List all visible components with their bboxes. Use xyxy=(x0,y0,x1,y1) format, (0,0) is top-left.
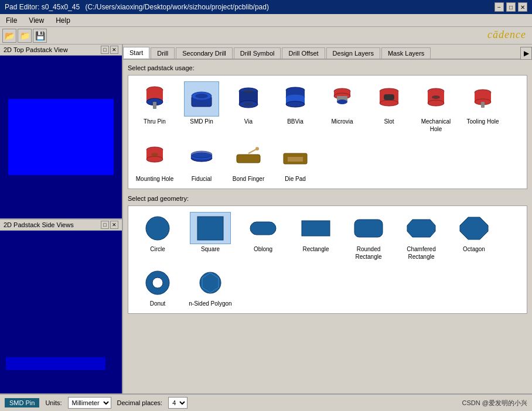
svg-point-7 xyxy=(195,94,208,98)
mounting-hole-icon-wrap xyxy=(137,139,172,174)
titlebar-controls: − □ ✕ xyxy=(495,2,527,12)
geo-item-rounded-rectangle[interactable]: Rounded Rectangle xyxy=(345,212,392,261)
units-select[interactable]: Millimeter Inch Mil xyxy=(68,397,111,409)
fiducial-label: Fiducial xyxy=(192,175,212,183)
thru-pin-icon-wrap xyxy=(137,81,172,117)
geo-item-octagon[interactable]: Octagon xyxy=(451,212,497,261)
slot-icon-wrap xyxy=(371,81,407,117)
maximize-button[interactable]: □ xyxy=(506,2,516,12)
tab-scroll-right[interactable]: ▶ xyxy=(520,47,532,60)
geo-item-rectangle[interactable]: Rectangle xyxy=(292,212,339,261)
pad-item-smd-pin[interactable]: SMD Pin xyxy=(181,81,222,133)
side-view-close[interactable]: ✕ xyxy=(110,221,118,229)
side-view-label: 2D Padstack Side Views xyxy=(4,221,74,228)
titlebar-filepath: (C:/Users/xiaoxing/Desktop/work/sizhou/p… xyxy=(85,3,268,11)
svg-point-42 xyxy=(191,151,212,158)
mechanical-hole-label: Mechanical Hole xyxy=(415,118,456,133)
minimize-button[interactable]: − xyxy=(495,2,504,12)
side-view-controls: □ ✕ xyxy=(101,221,118,229)
top-view-label: 2D Top Padstack View xyxy=(4,46,68,53)
geometry-grid: Circle Square xyxy=(134,212,521,307)
via-icon-wrap xyxy=(231,81,266,117)
circle-label: Circle xyxy=(150,245,165,253)
side-view-blue-rect xyxy=(6,357,105,370)
geo-item-chamfered-rectangle[interactable]: Chamfered Rectangle xyxy=(398,212,445,261)
svg-rect-51 xyxy=(302,221,330,236)
svg-point-38 xyxy=(146,156,163,162)
titlebar-text: Pad Editor: s0_45x0_45 (C:/Users/xiaoxin… xyxy=(5,3,269,11)
svg-point-31 xyxy=(432,95,440,99)
oblong-icon-wrap xyxy=(243,212,284,244)
top-view-header: 2D Top Padstack View □ ✕ xyxy=(0,44,122,56)
decimal-select[interactable]: 123 456 xyxy=(168,397,187,409)
geo-item-circle[interactable]: Circle xyxy=(134,212,181,261)
geo-item-donut[interactable]: Donut xyxy=(134,266,181,307)
rounded-rectangle-icon-wrap xyxy=(348,212,389,244)
svg-rect-35 xyxy=(481,102,485,108)
svg-marker-53 xyxy=(407,220,435,237)
pad-item-slot[interactable]: Slot xyxy=(369,81,410,133)
tab-drill-offset[interactable]: Drill Offset xyxy=(282,47,325,59)
octagon-label: Octagon xyxy=(463,245,485,253)
decimal-label: Decimal places: xyxy=(117,399,163,406)
pad-item-thru-pin[interactable]: Thru Pin xyxy=(134,81,175,133)
menu-view[interactable]: View xyxy=(23,15,50,26)
tab-secondary-drill[interactable]: Secondary Drill xyxy=(176,47,233,59)
toolbar-new-button[interactable]: 📂 xyxy=(2,29,16,43)
tab-drill[interactable]: Drill xyxy=(151,47,175,59)
pad-item-fiducial[interactable]: Fiducial xyxy=(181,139,222,183)
geo-item-n-sided-polygon[interactable]: n-Sided Polygon xyxy=(187,266,234,307)
pad-item-via[interactable]: Via xyxy=(228,81,269,133)
geo-item-square[interactable]: Square xyxy=(187,212,234,261)
pad-item-mechanical-hole[interactable]: Mechanical Hole xyxy=(415,81,456,133)
circle-icon-wrap xyxy=(137,212,178,244)
tab-drill-symbol[interactable]: Drill Symbol xyxy=(234,47,281,59)
toolbar-save-button[interactable]: 💾 xyxy=(33,29,47,43)
svg-rect-4 xyxy=(153,102,156,109)
donut-icon-wrap xyxy=(137,266,178,299)
right-panel: Start Drill Secondary Drill Drill Symbol… xyxy=(123,44,532,393)
pad-item-bbvia[interactable]: BBVia xyxy=(275,81,316,133)
close-button[interactable]: ✕ xyxy=(518,2,527,12)
padstack-section: Thru Pin SMD Pin xyxy=(128,75,527,189)
tab-mask-layers[interactable]: Mask Layers xyxy=(381,47,431,59)
svg-rect-50 xyxy=(250,222,276,235)
tab-start[interactable]: Start xyxy=(123,47,149,59)
menu-help[interactable]: Help xyxy=(50,15,76,26)
svg-rect-49 xyxy=(197,217,223,240)
toolbar: 📂 📁 💾 xyxy=(0,27,532,44)
pad-item-tooling-hole[interactable]: Tooling Hole xyxy=(462,81,503,133)
square-label: Square xyxy=(201,245,220,253)
die-pad-label: Die Pad xyxy=(285,175,306,183)
die-pad-icon-wrap xyxy=(278,139,313,174)
bbvia-label: BBVia xyxy=(287,118,303,125)
pad-item-mounting-hole[interactable]: Mounting Hole xyxy=(134,139,175,183)
left-panel: 2D Top Padstack View □ ✕ 2D Padstack Sid… xyxy=(0,44,123,393)
pad-item-die-pad[interactable]: Die Pad xyxy=(275,139,316,183)
chamfered-rectangle-label: Chamfered Rectangle xyxy=(398,245,445,261)
menu-file[interactable]: File xyxy=(0,15,23,26)
titlebar: Pad Editor: s0_45x0_45 (C:/Users/xiaoxin… xyxy=(0,0,532,14)
svg-point-12 xyxy=(244,90,253,93)
top-view-maximize[interactable]: □ xyxy=(101,46,109,54)
octagon-icon-wrap xyxy=(453,212,495,244)
side-view-maximize[interactable]: □ xyxy=(101,221,109,229)
tab-design-layers[interactable]: Design Layers xyxy=(326,47,380,59)
toolbar-open-button[interactable]: 📁 xyxy=(18,29,32,43)
microvia-label: Microvia xyxy=(331,118,353,125)
svg-marker-54 xyxy=(460,217,488,239)
svg-point-56 xyxy=(152,278,163,288)
units-label: Units: xyxy=(45,399,62,406)
side-padstack-view: 2D Padstack Side Views □ ✕ xyxy=(0,220,122,393)
rounded-rectangle-label: Rounded Rectangle xyxy=(345,245,392,261)
svg-point-18 xyxy=(286,101,305,107)
top-view-controls: □ ✕ xyxy=(101,46,118,54)
statusbar: SMD Pin Units: Millimeter Inch Mil Decim… xyxy=(0,393,532,411)
pad-item-microvia[interactable]: Microvia xyxy=(322,81,363,133)
mechanical-hole-icon-wrap xyxy=(418,81,453,117)
geo-item-oblong[interactable]: Oblong xyxy=(240,212,287,261)
pad-item-bond-finger[interactable]: Bond Finger xyxy=(228,139,269,183)
mounting-hole-label: Mounting Hole xyxy=(136,175,173,183)
top-view-close[interactable]: ✕ xyxy=(110,46,118,54)
bbvia-icon-wrap xyxy=(278,81,313,117)
